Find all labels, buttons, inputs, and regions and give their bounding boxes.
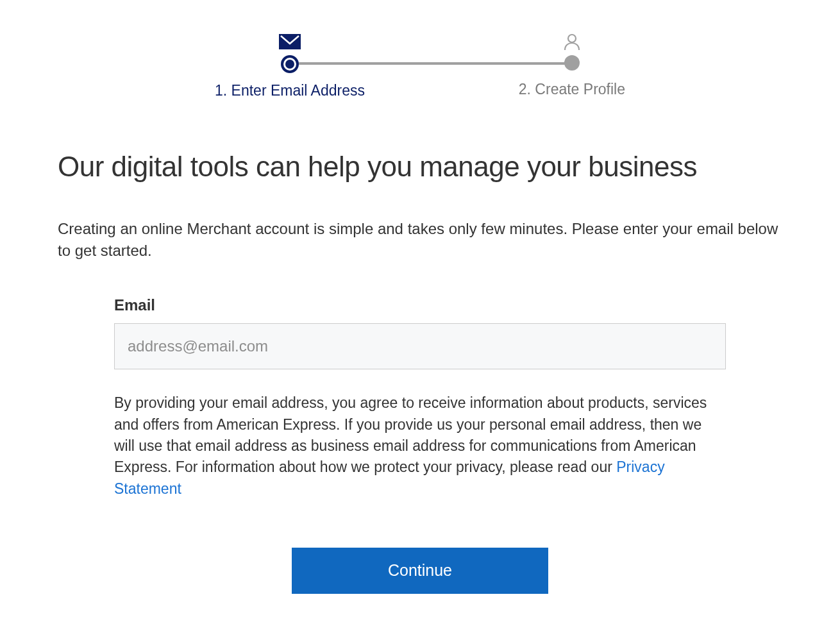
step-1-label: 1. Enter Email Address (215, 82, 365, 99)
email-input[interactable] (114, 323, 726, 369)
progress-stepper: 1. Enter Email Address 2. Create Profile (58, 32, 782, 99)
email-label: Email (114, 296, 726, 314)
step-2-label: 2. Create Profile (519, 81, 625, 98)
step-1-enter-email: 1. Enter Email Address (215, 32, 365, 99)
step-2-create-profile: 2. Create Profile (519, 32, 625, 99)
envelope-icon (279, 32, 301, 51)
page-container: 1. Enter Email Address 2. Create Profile… (0, 0, 840, 626)
svg-point-1 (568, 35, 576, 42)
email-form: Email By providing your email address, y… (58, 296, 782, 594)
stepper-inner: 1. Enter Email Address 2. Create Profile (215, 32, 625, 99)
page-subtext: Creating an online Merchant account is s… (58, 218, 782, 261)
continue-button[interactable]: Continue (292, 548, 548, 594)
step-1-dot (281, 55, 299, 73)
page-heading: Our digital tools can help you manage yo… (58, 151, 782, 183)
button-row: Continue (114, 548, 726, 594)
email-disclaimer: By providing your email address, you agr… (114, 392, 726, 500)
person-icon (563, 32, 581, 51)
step-2-dot (564, 55, 580, 71)
